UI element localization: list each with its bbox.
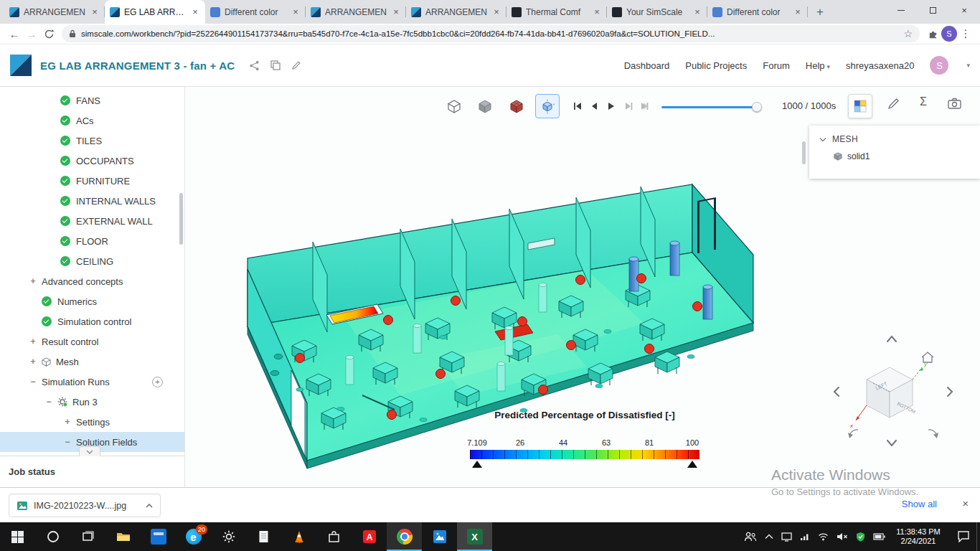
rotate-up-chevron[interactable] — [887, 336, 896, 342]
tab-close-icon[interactable]: × — [793, 6, 803, 17]
add-run-button[interactable]: + — [152, 377, 163, 387]
collapse-icon[interactable]: − — [63, 437, 72, 447]
step-back-button[interactable] — [588, 101, 602, 111]
tab-close-icon[interactable]: × — [592, 6, 602, 17]
action-center-icon[interactable] — [957, 530, 970, 542]
mesh-group-row[interactable]: MESH — [809, 126, 980, 144]
tab-close-icon[interactable]: × — [190, 6, 200, 17]
statistics-button[interactable]: Σ — [916, 97, 930, 107]
step-forward-button[interactable] — [621, 101, 636, 111]
probe-tool-button[interactable] — [886, 98, 900, 108]
photos-button[interactable] — [422, 522, 457, 551]
edit-pencil-icon[interactable] — [291, 60, 301, 70]
refresh-button[interactable] — [40, 25, 57, 42]
tree-item-mesh[interactable]: +Mesh — [0, 352, 184, 372]
edge-button[interactable]: 20 — [176, 522, 211, 551]
window-minimize-button[interactable] — [885, 0, 917, 20]
roll-counterclockwise-icon[interactable] — [848, 430, 858, 438]
expand-icon[interactable]: + — [29, 357, 37, 367]
tab-close-icon[interactable]: × — [491, 6, 501, 17]
rotate-left-chevron[interactable] — [834, 387, 839, 396]
chrome-button[interactable] — [387, 522, 422, 551]
nav-public-projects-link[interactable]: Public Projects — [685, 60, 747, 71]
solid1-row[interactable]: solid1 — [809, 144, 980, 161]
tree-item-internal-walls[interactable]: INTERNAL WALLS — [0, 191, 184, 211]
slider-handle[interactable] — [752, 102, 762, 112]
address-bar[interactable]: simscale.com/workbench/?pid=252264490115… — [62, 25, 920, 42]
acrobat-button[interactable]: A — [352, 522, 387, 551]
nav-forum-link[interactable]: Forum — [763, 60, 790, 71]
volume-muted-icon[interactable] — [837, 532, 848, 541]
tree-item-furniture[interactable]: FURNITURE — [0, 171, 184, 191]
browser-profile-avatar[interactable]: S — [941, 26, 957, 42]
tab-close-icon[interactable]: × — [391, 6, 401, 17]
browser-tab[interactable]: ARRANGEMEN× — [4, 0, 105, 24]
task-view-button[interactable] — [70, 522, 105, 551]
defender-shield-icon[interactable] — [856, 532, 865, 542]
browser-tab[interactable]: Different color× — [707, 0, 808, 24]
file-explorer-button[interactable] — [105, 522, 141, 551]
downloaded-file-chip[interactable]: IMG-20210223-W....jpg — [9, 494, 161, 517]
play-button[interactable] — [604, 101, 618, 111]
back-button[interactable]: ← — [6, 25, 23, 42]
tree-item-simulation-runs[interactable]: −Simulation Runs+ — [0, 372, 184, 392]
tab-close-icon[interactable]: × — [90, 6, 100, 17]
view-cube[interactable]: LEFT BOTTOM — [867, 367, 916, 418]
panel-scrollbar[interactable] — [802, 141, 806, 164]
browser-tab[interactable]: Thermal Comf× — [507, 0, 607, 24]
browser-tab[interactable]: ARRANGEMEN× — [406, 0, 507, 24]
browser-tab[interactable]: ARRANGEMEN× — [306, 0, 406, 24]
tray-expand-chevron-icon[interactable] — [765, 534, 773, 540]
results-view-button[interactable] — [535, 94, 560, 118]
window-close-button[interactable]: × — [948, 0, 980, 20]
cellular-signal-icon[interactable] — [800, 532, 810, 541]
account-chevron-down-icon[interactable]: ▾ — [966, 62, 970, 69]
battery-icon[interactable] — [873, 533, 885, 540]
tree-item-external-wall[interactable]: EXTERNAL WALL — [0, 211, 184, 231]
solid-view-button[interactable] — [473, 94, 497, 118]
window-maximize-button[interactable] — [917, 0, 948, 20]
wifi-icon[interactable] — [818, 532, 829, 541]
skip-to-start-button[interactable] — [570, 101, 585, 111]
search-button[interactable] — [35, 522, 70, 551]
roll-clockwise-icon[interactable] — [928, 430, 938, 438]
tab-close-icon[interactable]: × — [291, 6, 301, 17]
settings-button[interactable] — [211, 522, 246, 551]
copy-icon[interactable] — [270, 60, 281, 70]
mesh-view-button[interactable] — [504, 94, 529, 118]
extensions-puzzle-icon[interactable] — [924, 25, 941, 42]
sidebar-scrollbar[interactable] — [179, 193, 183, 245]
browser-tab[interactable]: Different color× — [205, 0, 306, 24]
expand-icon[interactable]: + — [63, 417, 72, 427]
tree-item-tiles[interactable]: TILES — [0, 131, 184, 151]
expand-icon[interactable]: + — [29, 276, 37, 286]
tree-item-occupants[interactable]: OCCUPANTS — [0, 151, 184, 171]
browser-menu-kebab-icon[interactable]: ⋮ — [957, 25, 974, 42]
rotate-down-chevron[interactable] — [887, 441, 896, 446]
excel-button[interactable] — [457, 522, 492, 551]
browser-tab[interactable]: Your SimScale× — [607, 0, 707, 24]
tree-item-acs[interactable]: ACs — [0, 110, 184, 131]
show-all-downloads-link[interactable]: Show all — [902, 499, 937, 509]
vlc-button[interactable] — [281, 522, 316, 551]
collapse-icon[interactable]: − — [44, 397, 53, 407]
user-avatar[interactable]: S — [930, 56, 948, 75]
job-status-section[interactable]: Job status — [0, 456, 184, 487]
timestep-slider[interactable] — [661, 102, 762, 112]
display-icon[interactable] — [781, 532, 792, 542]
tree-item-run-3[interactable]: −Run 3 — [0, 392, 184, 412]
tree-item-floor[interactable]: FLOOR — [0, 231, 184, 251]
taskbar-clock[interactable]: 11:38:43 PM 2/24/2021 — [888, 527, 948, 546]
legend-max-marker[interactable] — [687, 461, 697, 468]
collapse-icon[interactable]: − — [29, 377, 37, 387]
screenshot-button[interactable] — [947, 98, 961, 108]
job-status-collapse-tab[interactable] — [79, 446, 100, 456]
start-button[interactable] — [0, 522, 35, 551]
tree-item-numerics[interactable]: Numerics — [0, 291, 184, 311]
tree-item-advanced-concepts[interactable]: +Advanced concepts — [0, 271, 184, 291]
tree-item-result-control[interactable]: +Result control — [0, 331, 184, 352]
tree-item-simulation-control[interactable]: Simulation control — [0, 311, 184, 331]
isometric-view-button[interactable] — [442, 94, 466, 118]
app-window-button[interactable] — [141, 522, 176, 551]
people-icon[interactable] — [744, 532, 757, 542]
